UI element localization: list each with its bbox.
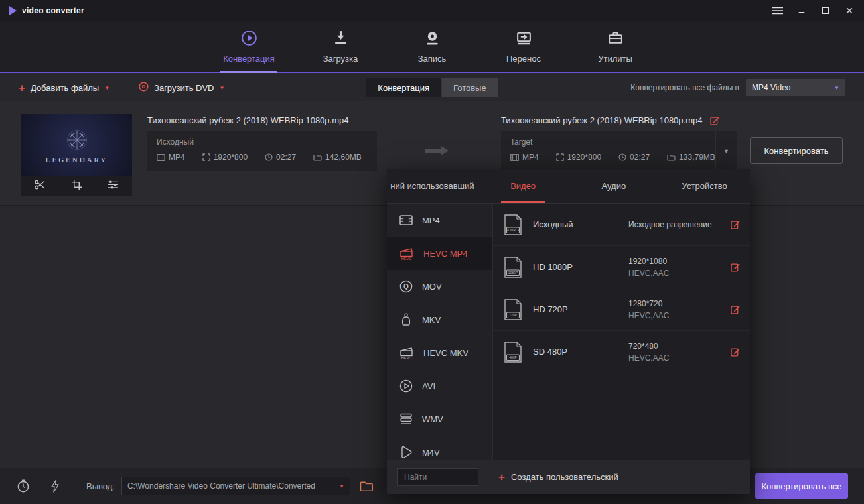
preset-name: SD 480P (533, 347, 628, 357)
minimize-icon[interactable]: – (796, 5, 807, 16)
svg-text:480P: 480P (509, 355, 517, 359)
target-file-title: Тихоокеанский рубеж 2 (2018) WEBRip 1080… (501, 115, 702, 125)
output-format-select[interactable]: MP4 Video ▼ (746, 79, 845, 96)
app-window: video converter – × Конвертация Загруз (0, 0, 864, 504)
format-item-wmv[interactable]: WMV (387, 403, 492, 436)
format-item-hevc-mkv[interactable]: HEVC HEVC MKV (387, 336, 492, 369)
source-resolution: 1920*800 (214, 153, 248, 162)
video-thumbnail[interactable]: LEGENDARY (21, 114, 132, 196)
open-folder-icon[interactable] (360, 481, 374, 492)
toolbar: + Добавить файлы ▼ Загрузить DVD ▼ Конве… (0, 74, 864, 101)
main-nav: Конвертация Загрузка Запись Перенос (0, 21, 864, 73)
trim-icon[interactable] (35, 180, 46, 192)
popup-tab-audio[interactable]: Аудио (569, 169, 660, 203)
resolution-icon (202, 153, 210, 161)
output-label: Вывод: (86, 481, 115, 491)
view-tab-finished[interactable]: Готовые (441, 78, 498, 97)
preset-detail-line1: Исходное разрешение (628, 220, 712, 229)
format-list: MP4 HEVC HEVC MP4 Q MOV MKV HEVC HEVC MK… (387, 204, 493, 460)
close-icon[interactable]: × (844, 5, 855, 16)
chevron-down-icon[interactable]: ▼ (339, 483, 344, 489)
add-files-button[interactable]: + Добавить файлы ▼ (19, 82, 109, 94)
preset-row-source[interactable]: SOURCE Исходный Исходное разрешение (493, 204, 750, 246)
mov-icon: Q (399, 279, 413, 294)
svg-text:Q: Q (403, 283, 409, 290)
format-label: HEVC MKV (423, 348, 468, 358)
menu-icon[interactable] (772, 5, 783, 16)
record-tab-icon (423, 29, 441, 49)
load-dvd-button[interactable]: Загрузить DVD ▼ (139, 82, 224, 94)
preset-detail-line2: HEVC,AAC (628, 311, 669, 320)
popup-tab-device[interactable]: Устройство (659, 169, 750, 203)
convert-button[interactable]: Конвертировать (750, 137, 843, 164)
target-format-dropdown-button[interactable]: ▼ (715, 131, 737, 171)
preset-name: Исходный (533, 220, 628, 229)
preset-edit-icon[interactable] (731, 262, 741, 272)
format-label: HEVC MP4 (423, 249, 467, 259)
preset-row-sd480p[interactable]: 480P SD 480P 720*480 HEVC,AAC (493, 331, 750, 373)
format-item-mkv[interactable]: MKV (387, 303, 492, 336)
tab-record[interactable]: Запись (403, 21, 461, 72)
source-label: Исходный (157, 137, 368, 147)
chevron-down-icon: ▼ (219, 85, 224, 91)
search-input[interactable] (397, 468, 478, 486)
svg-text:SOURCE: SOURCE (506, 228, 520, 232)
plus-icon: + (19, 82, 25, 94)
folder-icon (667, 154, 676, 161)
format-popup-footer: + Создать пользовательский (387, 460, 750, 494)
format-label: MKV (422, 315, 441, 325)
target-format: MP4 (522, 153, 539, 162)
format-item-avi[interactable]: AVI (387, 369, 492, 403)
format-item-mp4[interactable]: MP4 (387, 204, 492, 237)
window-controls: – × (772, 5, 855, 16)
hevc-mp4-icon: HEVC (399, 246, 415, 261)
format-label: MP4 (422, 216, 440, 225)
source-format: MP4 (169, 153, 185, 162)
view-tab-converting[interactable]: Конвертация (366, 78, 441, 97)
target-duration: 02:27 (630, 153, 650, 162)
clock-icon (265, 153, 273, 161)
source-info-box: Исходный MP4 1920*800 02:27 142,60MB (147, 131, 377, 171)
preset-name: HD 1080P (533, 262, 628, 272)
output-format-value: MP4 Video (752, 83, 790, 92)
format-item-hevc-mp4[interactable]: HEVC HEVC MP4 (387, 237, 492, 270)
preset-detail-line2: HEVC,AAC (628, 353, 669, 363)
app-title: video converter (22, 6, 84, 15)
preset-row-hd1080p[interactable]: 1080P HD 1080P 1920*1080 HEVC,AAC (493, 246, 750, 288)
tab-transfer[interactable]: Перенос (495, 21, 552, 72)
create-custom-label: Создать пользовательский (511, 472, 618, 482)
mkv-icon (399, 312, 413, 327)
source-duration: 02:27 (276, 153, 296, 162)
maximize-icon[interactable] (820, 5, 831, 16)
rename-edit-icon[interactable] (710, 115, 720, 125)
tab-download[interactable]: Загрузка (312, 21, 369, 72)
preset-row-hd720p[interactable]: 720P HD 720P 1280*720 HEVC,AAC (493, 288, 750, 331)
create-custom-button[interactable]: + Создать пользовательский (498, 472, 618, 483)
preset-file-icon: 480P (504, 341, 522, 363)
preset-detail-line1: 1920*1080 (628, 257, 669, 266)
preset-edit-icon[interactable] (731, 220, 741, 229)
preset-edit-icon[interactable] (731, 347, 741, 357)
preset-detail-line1: 720*480 (628, 342, 669, 351)
format-picker-popup: ний использовавший Видео Аудио Устройств… (387, 169, 750, 494)
format-item-mov[interactable]: Q MOV (387, 270, 492, 303)
thumbnail-text: LEGENDARY (46, 156, 108, 164)
tab-utilities[interactable]: Утилиты (587, 21, 644, 72)
popup-tab-recent[interactable]: ний использовавший (387, 169, 478, 203)
film-icon (157, 154, 165, 161)
format-item-m4v[interactable]: M4V (387, 436, 492, 460)
add-files-label: Добавить файлы (31, 83, 99, 93)
schedule-timer-icon[interactable] (16, 479, 31, 493)
effects-icon[interactable] (108, 180, 119, 192)
convert-all-button[interactable]: Конвертировать все (755, 473, 848, 499)
toolbox-tab-icon (607, 29, 624, 49)
target-resolution: 1920*800 (567, 153, 601, 162)
svg-text:720P: 720P (509, 313, 517, 317)
high-speed-icon[interactable] (50, 479, 60, 493)
preset-edit-icon[interactable] (731, 304, 741, 314)
crop-icon[interactable] (72, 180, 82, 192)
format-label: AVI (422, 381, 435, 391)
popup-tab-video[interactable]: Видео (478, 169, 569, 203)
tab-convert[interactable]: Конвертация (220, 21, 277, 72)
output-path-input[interactable] (127, 481, 335, 491)
